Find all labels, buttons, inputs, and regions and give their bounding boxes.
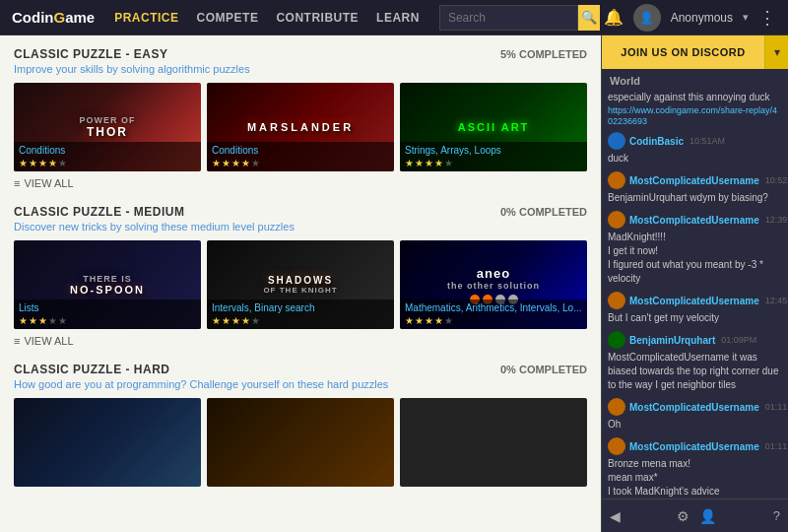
section-easy-header: CLASSIC PUZZLE - EASY 5% COMPLETED bbox=[14, 47, 587, 61]
view-all-medium[interactable]: ≡ VIEW ALL bbox=[14, 335, 587, 347]
card-aneo-name: aneo bbox=[477, 266, 510, 281]
chat-avatar-7 bbox=[608, 437, 625, 455]
card-hard-2[interactable] bbox=[207, 398, 394, 487]
star-4: ★ bbox=[48, 158, 57, 168]
card-nospoon-content: THERE IS NO-SPOON bbox=[70, 274, 145, 296]
search-bar: 🔍 bbox=[439, 5, 600, 31]
chat-user-row-5: BenjaminUrquhart 01:09PM bbox=[608, 331, 782, 349]
chat-text-1: duck bbox=[608, 153, 628, 164]
settings-icon[interactable]: ⚙ bbox=[677, 508, 690, 524]
discord-dropdown-btn[interactable]: ▾ bbox=[764, 35, 788, 69]
star-3: ★ bbox=[425, 158, 433, 168]
cards-row-easy: POWER OF THOR Conditions ★ ★ ★ ★ ★ bbox=[14, 83, 587, 171]
notification-icon[interactable]: 🔔 bbox=[604, 8, 624, 27]
card-aneo-sub: the other solution bbox=[447, 281, 540, 291]
chat-msg-1: CodinBasic 10:51AM duck bbox=[608, 132, 782, 166]
card-hard3-bg bbox=[400, 398, 587, 487]
chat-user-row-1: CodinBasic 10:51AM bbox=[608, 132, 782, 150]
card-thor-power: POWER OF bbox=[80, 115, 136, 125]
card-nospoon-tag: Lists bbox=[19, 302, 196, 313]
chat-msg-4: MostComplicatedUsername 12:45PM But I ca… bbox=[608, 292, 782, 325]
avatar: 👤 bbox=[633, 4, 661, 32]
logo[interactable]: CodinGame bbox=[12, 9, 95, 26]
card-thor[interactable]: POWER OF THOR Conditions ★ ★ ★ ★ ★ bbox=[14, 83, 201, 171]
star-1: ★ bbox=[405, 315, 414, 326]
section-hard-pct: 0% COMPLETED bbox=[500, 364, 587, 375]
chat-messages: especially against this annoying duck ht… bbox=[602, 91, 788, 499]
card-shadows-label: Intervals, Binary search ★ ★ ★ ★ ★ bbox=[207, 299, 394, 329]
chat-user-row-7: MostComplicatedUsername 01:11PM bbox=[608, 437, 782, 455]
card-thor-tag: Conditions bbox=[19, 145, 196, 156]
card-nospoon[interactable]: THERE IS NO-SPOON Lists ★ ★ ★ ★ ★ bbox=[14, 240, 201, 329]
star-5: ★ bbox=[444, 158, 453, 168]
star-2: ★ bbox=[29, 158, 37, 168]
kebab-menu[interactable]: ⋮ bbox=[758, 7, 776, 29]
card-ascii[interactable]: ASCII ART Strings, Arrays, Loops ★ ★ ★ ★… bbox=[400, 83, 587, 171]
section-hard-header: CLASSIC PUZZLE - HARD 0% COMPLETED bbox=[14, 363, 587, 376]
chat-text-2: BenjaminUrquhart wdym by biasing? bbox=[608, 192, 768, 203]
nav-contribute[interactable]: CONTRIBUTE bbox=[268, 0, 366, 35]
main-content: CLASSIC PUZZLE - EASY 5% COMPLETED Impro… bbox=[0, 35, 788, 532]
card-ascii-name: ASCII ART bbox=[458, 121, 530, 133]
chat-user-row-6: MostComplicatedUsername 01:11PM bbox=[608, 398, 782, 416]
star-2: ★ bbox=[222, 158, 230, 168]
chat-username-2: MostComplicatedUsername bbox=[629, 175, 759, 186]
card-nospoon-label: Lists ★ ★ ★ ★ ★ bbox=[14, 299, 201, 329]
logo-g: G bbox=[54, 9, 66, 26]
star-2: ★ bbox=[415, 158, 424, 168]
card-thor-content: POWER OF THOR bbox=[80, 115, 136, 139]
chat-msg-0: especially against this annoying duck ht… bbox=[608, 91, 782, 126]
logo-suffix: ame bbox=[65, 9, 95, 26]
star-1: ★ bbox=[19, 315, 28, 326]
section-easy-title: CLASSIC PUZZLE - EASY bbox=[14, 47, 168, 61]
chat-time-5: 01:09PM bbox=[721, 335, 756, 345]
star-2: ★ bbox=[29, 315, 37, 326]
star-3: ★ bbox=[425, 315, 433, 326]
chat-msg-6: MostComplicatedUsername 01:11PM Oh bbox=[608, 398, 782, 432]
discord-button[interactable]: JOIN US ON DISCORD bbox=[602, 35, 764, 69]
card-aneo[interactable]: aneo the other solution Mathematics, Ari… bbox=[400, 240, 587, 329]
star-5: ★ bbox=[251, 315, 260, 326]
view-all-label: VIEW ALL bbox=[24, 177, 73, 189]
help-icon[interactable]: ? bbox=[773, 508, 780, 523]
chat-avatar-3 bbox=[608, 211, 625, 229]
card-aneo-label: Mathematics, Arithmetics, Intervals, Lo.… bbox=[400, 299, 587, 329]
chat-avatar-1 bbox=[608, 132, 625, 150]
star-1: ★ bbox=[405, 158, 414, 168]
nav-practice[interactable]: PRACTICE bbox=[106, 0, 186, 35]
chat-username-1: CodinBasic bbox=[629, 136, 684, 147]
search-input[interactable] bbox=[439, 5, 578, 31]
chat-user-row-3: MostComplicatedUsername 12:39PM bbox=[608, 211, 782, 229]
search-button[interactable]: 🔍 bbox=[578, 5, 600, 31]
chat-expand-button[interactable]: ◀ bbox=[610, 508, 621, 524]
chat-username-3: MostComplicatedUsername bbox=[629, 215, 759, 226]
nav-compete[interactable]: COMPETE bbox=[189, 0, 267, 35]
chat-msg-7: MostComplicatedUsername 01:11PM Bronze m… bbox=[608, 437, 782, 499]
view-all-easy[interactable]: ≡ VIEW ALL bbox=[14, 177, 587, 189]
card-marslander[interactable]: MARSLANDER Conditions ★ ★ ★ ★ ★ bbox=[207, 83, 394, 171]
card-shadows[interactable]: SHADOWS OF THE KNIGHT Intervals, Binary … bbox=[207, 240, 394, 329]
card-thor-stars: ★ ★ ★ ★ ★ bbox=[19, 158, 196, 168]
star-4: ★ bbox=[434, 315, 443, 326]
card-hard-3[interactable] bbox=[400, 398, 587, 487]
star-4: ★ bbox=[48, 315, 57, 326]
card-hard2-bg bbox=[207, 398, 394, 487]
chat-text-5: MostComplicatedUsername it was biased to… bbox=[608, 352, 778, 390]
card-shadows-stars: ★ ★ ★ ★ ★ bbox=[212, 315, 389, 326]
star-3: ★ bbox=[231, 315, 240, 326]
card-hard-1[interactable] bbox=[14, 398, 201, 487]
card-ascii-tag: Strings, Arrays, Loops bbox=[405, 145, 582, 156]
section-medium-sub: Discover new tricks by solving these med… bbox=[14, 221, 587, 233]
user-name[interactable]: Anonymous bbox=[671, 11, 733, 25]
section-medium-header: CLASSIC PUZZLE - MEDIUM 0% COMPLETED bbox=[14, 205, 587, 219]
logo-text: CodinGame bbox=[12, 9, 95, 26]
chat-link-0[interactable]: https://www.codingame.com/share-replay/4… bbox=[608, 105, 777, 126]
user-dropdown-arrow[interactable]: ▾ bbox=[743, 11, 749, 24]
nav-links: PRACTICE COMPETE CONTRIBUTE LEARN bbox=[106, 0, 427, 35]
card-thor-label: Conditions ★ ★ ★ ★ ★ bbox=[14, 142, 201, 171]
section-easy-pct: 5% COMPLETED bbox=[500, 48, 587, 60]
users-icon[interactable]: 👤 bbox=[699, 508, 716, 524]
chat-time-3: 12:39PM bbox=[765, 215, 788, 225]
star-4: ★ bbox=[241, 158, 250, 168]
nav-learn[interactable]: LEARN bbox=[368, 0, 427, 35]
